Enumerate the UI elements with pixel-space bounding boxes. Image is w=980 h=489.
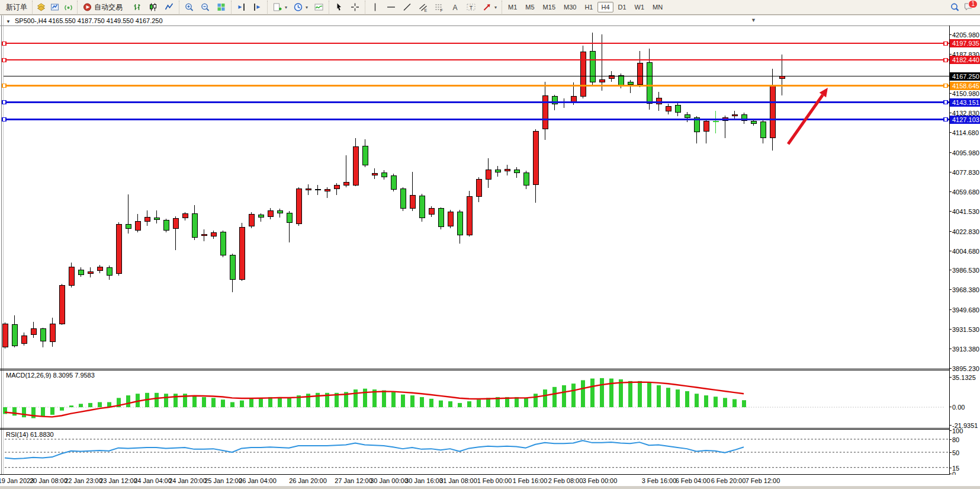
timeframe-W1[interactable]: W1 — [631, 2, 648, 12]
candle — [571, 97, 576, 102]
collapse-triangle-icon[interactable]: ▼ — [6, 19, 11, 24]
rsi-label: RSI(14) 61.8830 — [6, 431, 54, 438]
bars-chart-button[interactable] — [129, 1, 145, 13]
rsi-line — [5, 440, 744, 459]
candle — [514, 170, 519, 172]
candlestick-chart-button[interactable] — [145, 1, 161, 13]
vertical-line-button[interactable] — [367, 1, 383, 13]
line-anchor[interactable] — [2, 101, 6, 104]
timeframe-M15[interactable]: M15 — [539, 2, 559, 12]
timeframe-H4[interactable]: H4 — [597, 2, 613, 12]
line-anchor[interactable] — [2, 41, 6, 45]
candle — [533, 132, 538, 185]
auto-scroll-button[interactable] — [249, 1, 265, 13]
channel-button[interactable]: E — [415, 1, 431, 13]
indicators-button[interactable] — [311, 1, 327, 13]
price-line-badge: 4143.151 — [950, 98, 980, 107]
price-axis[interactable]: 4205.9804187.8304169.1304150.9804132.830… — [950, 25, 980, 485]
price-tick-label: 4059.680 — [952, 188, 979, 196]
new-chart-button[interactable]: ▾ — [269, 1, 290, 13]
candle — [542, 96, 548, 129]
candle — [429, 209, 434, 215]
line-anchor[interactable] — [944, 101, 947, 104]
chart-shift-icon — [236, 2, 246, 12]
price-tick-label: 4114.680 — [952, 129, 979, 136]
macd-canvas[interactable] — [0, 370, 980, 428]
line-anchor[interactable] — [2, 58, 6, 62]
market-watch-icon[interactable] — [50, 2, 60, 12]
tile-windows-button[interactable] — [213, 1, 229, 13]
time-tick-label: 1 Feb 16:00 — [513, 477, 548, 484]
crosshair-icon — [350, 2, 360, 12]
chat-button[interactable]: 1 — [963, 2, 975, 12]
chart-shift-marker-icon[interactable]: ▼ — [751, 17, 756, 23]
time-tick-label: 23 Jan 12:00 — [99, 477, 137, 484]
main-toolbar: 新订单 自动交易 ▾▾EFAT▾ M1M5M15M30H1H4D1W1MN 1 — [0, 0, 980, 15]
horizontal-line-button[interactable] — [383, 1, 399, 13]
pane-separator[interactable] — [0, 369, 949, 369]
time-tick-label: 26 Jan 04:00 — [239, 477, 277, 484]
candle — [419, 196, 425, 218]
candle — [637, 63, 642, 85]
time-tick-label: 6 Feb 04:00 — [676, 477, 711, 484]
timeframe-M5[interactable]: M5 — [522, 2, 538, 12]
zoom-in-button[interactable] — [181, 1, 197, 13]
rsi-tick-label: 80 — [952, 436, 959, 443]
search-icon[interactable] — [950, 2, 960, 12]
timeframe-M1[interactable]: M1 — [505, 2, 520, 12]
candle — [220, 232, 226, 255]
candle — [334, 185, 339, 188]
timeframe-D1[interactable]: D1 — [615, 2, 630, 12]
order-group: 新订单 — [1, 1, 32, 14]
candle — [523, 172, 529, 185]
main-chart-canvas[interactable] — [0, 25, 980, 369]
candle — [182, 214, 188, 218]
time-tick-label: 19 Jan 2023 — [0, 477, 34, 484]
candle — [656, 98, 661, 104]
gold-bars-icon[interactable] — [36, 2, 46, 12]
line-anchor[interactable] — [944, 84, 947, 88]
candle — [154, 218, 159, 219]
timeframe-group: M1M5M15M30H1H4D1W1MN — [502, 1, 669, 14]
time-tick-label: 27 Jan 12:00 — [335, 477, 372, 484]
text-button[interactable]: A — [447, 1, 463, 13]
rsi-canvas[interactable] — [0, 430, 980, 474]
line-anchor[interactable] — [944, 58, 947, 62]
label-button[interactable]: T — [463, 1, 479, 13]
line-anchor[interactable] — [2, 84, 6, 88]
timeframe-H1[interactable]: H1 — [581, 2, 596, 12]
signal-icon[interactable] — [63, 2, 73, 12]
period-button[interactable]: ▾ — [290, 1, 311, 13]
cursor-button[interactable] — [331, 1, 347, 13]
time-tick-label: 20 Jan 08:00 — [30, 477, 68, 484]
svg-text:A: A — [453, 4, 458, 12]
timeframe-M30[interactable]: M30 — [560, 2, 580, 12]
candle — [410, 195, 415, 209]
new-order-button[interactable]: 新订单 — [3, 1, 30, 14]
candle — [590, 51, 595, 82]
symbol-ohlc-text: SP500-,H4 4165.550 4187.750 4149.550 416… — [15, 17, 163, 24]
arrow-annotation[interactable] — [788, 88, 828, 144]
line-anchor[interactable] — [944, 41, 947, 45]
zoom-out-button[interactable] — [197, 1, 213, 13]
line-chart-button[interactable] — [161, 1, 177, 13]
line-anchor[interactable] — [2, 118, 6, 122]
svg-text:F: F — [441, 8, 443, 12]
candle — [88, 272, 93, 274]
crosshair-button[interactable] — [347, 1, 363, 13]
trendline-icon — [402, 2, 412, 12]
chart-shift-button[interactable] — [233, 1, 249, 13]
candle — [192, 214, 197, 238]
autotrade-button[interactable]: 自动交易 — [79, 1, 126, 14]
candle — [457, 212, 462, 235]
line-anchor[interactable] — [944, 118, 947, 122]
trendline-button[interactable] — [399, 1, 415, 13]
timeframe-MN[interactable]: MN — [649, 2, 666, 12]
text-icon: A — [450, 2, 460, 12]
pane-separator[interactable] — [0, 428, 949, 429]
new-order-label: 新订单 — [6, 2, 27, 12]
arrows-button[interactable]: ▾ — [479, 1, 500, 13]
fibonacci-button[interactable]: F — [431, 1, 447, 13]
candle — [628, 82, 633, 85]
time-axis[interactable]: 19 Jan 202320 Jan 08:0022 Jan 23:0023 Ja… — [0, 475, 980, 486]
